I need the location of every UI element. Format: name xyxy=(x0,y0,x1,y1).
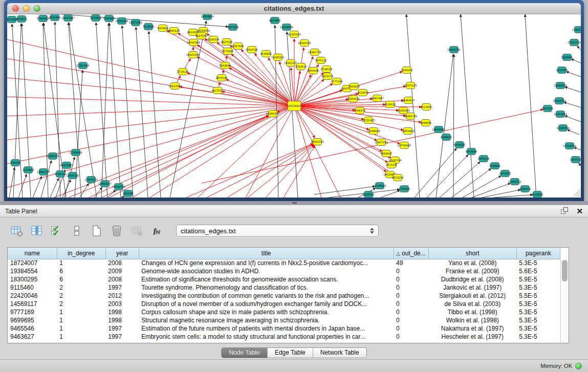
network-node[interactable]: 824135 xyxy=(123,190,133,197)
network-node[interactable]: 16961758 xyxy=(308,49,321,56)
network-node[interactable]: 7632621 xyxy=(489,163,500,169)
table-row[interactable]: 911546021997Tourette syndrome. Phenomeno… xyxy=(8,283,560,292)
table-settings-icon[interactable] xyxy=(9,223,25,238)
network-node[interactable]: 12444159 xyxy=(553,98,565,104)
network-node[interactable]: 19218906 xyxy=(280,24,293,31)
network-node[interactable]: 19654923 xyxy=(401,128,414,135)
table-source-select[interactable]: citations_edges.txt xyxy=(176,225,379,237)
splitter-handle[interactable] xyxy=(292,202,297,204)
network-node[interactable]: 9146821 xyxy=(260,51,272,57)
network-node[interactable]: 16782753 xyxy=(112,184,125,190)
network-node[interactable]: 9884067 xyxy=(381,150,392,157)
network-node[interactable]: 15807249 xyxy=(375,139,387,146)
memory-indicator[interactable] xyxy=(575,363,582,369)
network-node[interactable]: 2718120 xyxy=(177,69,188,75)
network-node[interactable]: 13942757 xyxy=(37,169,50,176)
network-node[interactable]: 9245012 xyxy=(363,191,374,198)
table-row[interactable]: 977716911998Corpus callosum shape and si… xyxy=(8,308,560,316)
show-column-icon[interactable] xyxy=(29,223,45,238)
network-node[interactable]: 3624554 xyxy=(357,90,368,96)
network-node[interactable]: 7515526 xyxy=(143,24,154,30)
network-node[interactable]: 835051 xyxy=(10,160,20,166)
network-node[interactable]: 1621073 xyxy=(322,73,333,80)
network-node[interactable]: 2803144 xyxy=(216,75,227,81)
network-node[interactable]: 9115460 xyxy=(421,104,432,111)
window-titlebar[interactable]: citations_edges.txt xyxy=(7,3,581,14)
network-node[interactable]: 17359928 xyxy=(69,149,82,156)
minimize-window-icon[interactable] xyxy=(23,5,30,12)
column-header-title[interactable]: title xyxy=(139,248,394,259)
select-columns-icon[interactable] xyxy=(49,223,64,238)
network-node[interactable]: 8813054 xyxy=(269,17,280,24)
row-height-icon[interactable] xyxy=(69,223,84,238)
network-node[interactable]: 15685210 xyxy=(271,54,284,61)
network-node[interactable]: 15751074 xyxy=(568,39,580,46)
column-header-in_degree[interactable]: in_degree xyxy=(57,248,105,259)
network-node[interactable]: 15910141 xyxy=(572,27,581,33)
network-node[interactable]: 9827503 xyxy=(195,33,207,39)
network-node[interactable]: 10807487 xyxy=(371,95,383,102)
table-row[interactable]: 1830029562008Estimation of significance … xyxy=(8,275,560,283)
network-node[interactable]: 7462667 xyxy=(349,83,360,90)
network-node[interactable]: 8860123 xyxy=(168,28,180,34)
network-node[interactable]: 16438794 xyxy=(556,125,569,132)
network-node[interactable]: 9699695 xyxy=(420,120,431,126)
network-node[interactable]: 8186328 xyxy=(208,36,219,43)
network-node[interactable]: 12093832 xyxy=(554,82,567,89)
table-row[interactable]: 1456911722003Disruption of a novel membe… xyxy=(8,300,560,308)
canvas-resize-grip[interactable] xyxy=(573,190,580,196)
table-row[interactable]: 1938455462009Genome-wide association stu… xyxy=(8,267,560,275)
network-node[interactable]: 11325419 xyxy=(288,31,300,38)
network-node[interactable]: 8591463 xyxy=(49,14,60,21)
network-node[interactable]: 9405571 xyxy=(16,16,27,23)
network-node[interactable]: 12975115 xyxy=(404,82,417,89)
network-node[interactable]: 9132622 xyxy=(532,191,543,198)
network-canvas[interactable]: 1872400718300295193845548860123746382289… xyxy=(7,14,581,198)
network-node[interactable]: 1527602 xyxy=(90,15,101,21)
network-node[interactable]: 27691406 xyxy=(36,15,49,22)
network-node[interactable]: 17016504 xyxy=(563,143,576,149)
network-node[interactable]: 15720407 xyxy=(362,117,375,124)
network-node[interactable]: 2367608 xyxy=(232,43,244,50)
close-window-icon[interactable] xyxy=(12,5,19,12)
table-scrollbar[interactable] xyxy=(560,259,569,343)
network-node[interactable]: 7386372 xyxy=(354,107,365,114)
scrollbar-thumb[interactable] xyxy=(562,260,568,281)
network-node[interactable]: 7485063 xyxy=(401,67,412,74)
network-node[interactable]: 6216012 xyxy=(384,101,396,108)
network-node[interactable]: 9252254 xyxy=(392,174,403,181)
network-node[interactable]: 16210643 xyxy=(554,111,567,118)
network-node[interactable]: 8471676 xyxy=(499,170,511,177)
network-node[interactable]: 9242844 xyxy=(220,62,231,69)
network-node[interactable]: 7463822 xyxy=(157,25,168,32)
network-node[interactable]: 9827508 xyxy=(221,39,232,46)
network-node[interactable]: 8427512 xyxy=(212,87,223,94)
network-node[interactable]: 10653287 xyxy=(61,15,74,21)
network-node[interactable]: 9329966 xyxy=(561,54,573,61)
network-node[interactable]: 12213389 xyxy=(168,83,181,90)
network-node[interactable]: 16033809 xyxy=(201,14,213,20)
network-node[interactable]: 10654112 xyxy=(508,179,521,185)
tab-edge-table[interactable]: Edge Table xyxy=(268,348,313,358)
network-node[interactable]: 7955112 xyxy=(315,57,326,64)
network-node[interactable]: 1167533 xyxy=(570,157,581,163)
column-header-out_de[interactable]: △out_de... xyxy=(394,248,428,259)
network-node[interactable]: 1115684 xyxy=(23,167,34,173)
network-node[interactable]: 18724007 xyxy=(287,101,301,111)
network-node[interactable]: 8215353 xyxy=(542,105,553,112)
network-node[interactable]: 1733426 xyxy=(399,186,410,192)
network-node[interactable]: 16958107 xyxy=(98,181,111,187)
network-node[interactable]: 3175685 xyxy=(222,48,233,55)
new-file-icon[interactable] xyxy=(89,223,104,238)
column-header-short[interactable]: short xyxy=(428,248,516,259)
table-row[interactable]: 946554611997Estimation of the future num… xyxy=(8,324,560,333)
table-row[interactable]: 2242004622012Investigating the contribut… xyxy=(8,292,560,300)
network-node[interactable]: 9338471 xyxy=(441,134,452,141)
network-node[interactable]: 19756928 xyxy=(398,142,410,149)
column-header-name[interactable]: name xyxy=(8,248,57,259)
float-panel-icon[interactable] xyxy=(561,207,569,215)
network-node[interactable]: 10688609 xyxy=(367,128,380,135)
network-node[interactable]: 1145194 xyxy=(55,171,66,178)
delete-trash-icon[interactable] xyxy=(109,223,124,238)
network-node[interactable]: 18640910 xyxy=(298,40,311,47)
